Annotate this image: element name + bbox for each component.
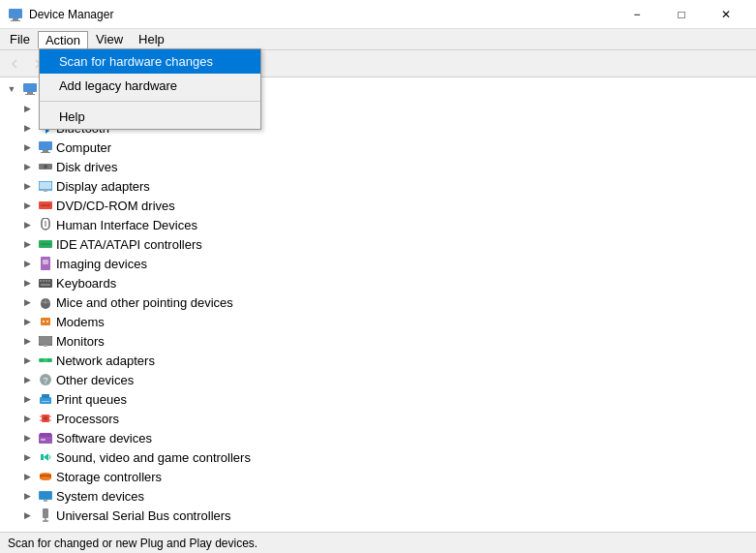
- maximize-button[interactable]: □: [659, 0, 704, 29]
- tree-item-network[interactable]: ▶ Network adapters: [0, 351, 756, 370]
- menu-action[interactable]: Action Scan for hardware changes Add leg…: [38, 31, 88, 48]
- expand-display-adapters[interactable]: ▶: [19, 178, 35, 194]
- svg-rect-54: [40, 397, 51, 404]
- expand-disk-drives[interactable]: ▶: [19, 159, 35, 174]
- tree-item-system[interactable]: ▶ System devices: [0, 486, 756, 506]
- icon-usb: [38, 507, 53, 523]
- close-button[interactable]: ✕: [704, 0, 748, 29]
- expand-mice[interactable]: ▶: [19, 294, 35, 310]
- expand-hid[interactable]: ▶: [19, 217, 35, 232]
- svg-rect-25: [44, 190, 47, 192]
- svg-rect-43: [41, 318, 50, 325]
- expand-sound[interactable]: ▶: [19, 449, 35, 465]
- expand-batteries[interactable]: ▶: [19, 101, 35, 116]
- icon-keyboards: [38, 275, 53, 291]
- expand-keyboards[interactable]: ▶: [19, 275, 35, 291]
- expand-monitors[interactable]: ▶: [19, 333, 35, 349]
- expand-network[interactable]: ▶: [19, 353, 35, 368]
- expand-bluetooth[interactable]: ▶: [19, 120, 35, 136]
- tree-item-print[interactable]: ▶ Print queues: [0, 389, 756, 409]
- tree-item-disk-drives[interactable]: ▶ Disk drives: [0, 157, 756, 176]
- window-title: Device Manager: [29, 8, 113, 21]
- svg-point-22: [44, 165, 47, 169]
- svg-rect-72: [40, 492, 51, 499]
- menu-file[interactable]: File: [2, 30, 38, 48]
- icon-network: [38, 353, 53, 368]
- menu-help[interactable]: Help: [131, 30, 172, 48]
- label-usb: Universal Serial Bus controllers: [56, 508, 231, 523]
- expand-software[interactable]: ▶: [19, 430, 35, 445]
- label-system: System devices: [56, 489, 144, 504]
- tree-item-hid[interactable]: ▶ Human Interface Devices: [0, 215, 756, 234]
- menu-bar: File Action Scan for hardware changes Ad…: [0, 29, 756, 50]
- device-categories: ▶ Batteries ▶ Bluetooth ▶ Computer ▶ Dis…: [0, 99, 756, 525]
- tree-item-other[interactable]: ▶ ? Other devices: [0, 370, 756, 389]
- svg-point-70: [40, 476, 51, 480]
- svg-rect-33: [43, 260, 48, 264]
- expand-storage[interactable]: ▶: [19, 469, 35, 484]
- tree-item-modems[interactable]: ▶ Modems: [0, 312, 756, 331]
- expand-system[interactable]: ▶: [19, 488, 35, 504]
- icon-computer: [38, 139, 53, 155]
- tree-item-imaging[interactable]: ▶ Imaging devices: [0, 254, 756, 273]
- device-tree-panel[interactable]: ▼ DESKTOP-ABC123 ▶ Batteries ▶ Bluetooth…: [0, 77, 756, 532]
- expand-computer[interactable]: ▶: [19, 139, 35, 155]
- expand-dvd[interactable]: ▶: [19, 198, 35, 213]
- icon-software: [38, 430, 53, 445]
- expand-print[interactable]: ▶: [19, 391, 35, 407]
- dropdown-scan-hardware[interactable]: Scan for hardware changes: [40, 49, 260, 74]
- icon-sound: [38, 449, 53, 465]
- svg-rect-73: [44, 500, 47, 502]
- expand-modems[interactable]: ▶: [19, 314, 35, 329]
- label-mice: Mice and other pointing devices: [56, 295, 233, 310]
- root-expand-btn[interactable]: ▼: [4, 81, 19, 97]
- tree-item-display-adapters[interactable]: ▶ Display adapters: [0, 176, 756, 196]
- icon-print: [38, 391, 53, 407]
- tree-item-ide[interactable]: ▶ IDE ATA/ATAPI controllers: [0, 234, 756, 254]
- svg-rect-56: [42, 401, 49, 402]
- root-computer-icon: [22, 81, 38, 97]
- menu-view[interactable]: View: [88, 30, 131, 48]
- title-bar: Device Manager − □ ✕: [0, 0, 756, 29]
- svg-rect-37: [45, 280, 47, 282]
- svg-point-50: [40, 358, 44, 362]
- expand-usb[interactable]: ▶: [19, 507, 35, 523]
- tree-item-dvd[interactable]: ▶ DVD/CD-ROM drives: [0, 196, 756, 215]
- icon-system: [38, 488, 53, 504]
- tree-item-processors[interactable]: ▶ Processors: [0, 409, 756, 428]
- tree-item-mice[interactable]: ▶ Mice and other pointing devices: [0, 292, 756, 312]
- tree-item-sound[interactable]: ▶ Sound, video and game controllers: [0, 447, 756, 467]
- tree-item-storage[interactable]: ▶ Storage controllers: [0, 467, 756, 486]
- status-text: Scan for changed or new Plug and Play de…: [8, 537, 257, 550]
- svg-rect-24: [40, 182, 51, 189]
- tree-item-usb[interactable]: ▶ Universal Serial Bus controllers: [0, 506, 756, 525]
- tree-item-keyboards[interactable]: ▶ Keyboards: [0, 273, 756, 292]
- svg-rect-19: [43, 150, 48, 152]
- dropdown-help[interactable]: Help: [40, 105, 260, 129]
- tree-item-software[interactable]: ▶ Software devices: [0, 428, 756, 447]
- svg-rect-35: [40, 280, 42, 282]
- svg-rect-48: [44, 345, 47, 347]
- svg-rect-2: [11, 20, 20, 21]
- svg-rect-47: [40, 337, 51, 344]
- icon-hid: [38, 217, 53, 232]
- expand-imaging[interactable]: ▶: [19, 256, 35, 271]
- minimize-button[interactable]: −: [615, 0, 659, 29]
- svg-rect-18: [39, 141, 52, 150]
- label-network: Network adapters: [56, 353, 155, 368]
- tree-item-monitors[interactable]: ▶ Monitors: [0, 331, 756, 351]
- label-sound: Sound, video and game controllers: [56, 450, 251, 465]
- expand-processors[interactable]: ▶: [19, 411, 35, 426]
- expand-other[interactable]: ▶: [19, 372, 35, 387]
- dropdown-add-legacy[interactable]: Add legacy hardware: [40, 74, 260, 98]
- icon-disk-drives: [38, 159, 53, 174]
- svg-marker-66: [41, 454, 44, 460]
- label-imaging: Imaging devices: [56, 257, 147, 271]
- icon-display-adapters: [38, 178, 53, 194]
- tree-item-computer[interactable]: ▶ Computer: [0, 138, 756, 157]
- svg-point-51: [47, 358, 51, 362]
- dropdown-separator: [40, 101, 260, 102]
- icon-dvd: [38, 198, 53, 213]
- expand-ide[interactable]: ▶: [19, 236, 35, 252]
- toolbar-back-button[interactable]: [4, 53, 25, 75]
